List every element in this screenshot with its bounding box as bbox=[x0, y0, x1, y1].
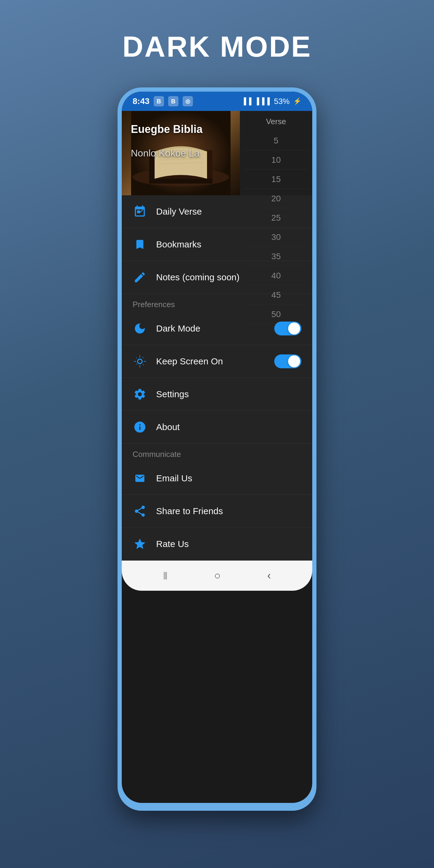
status-left: 8:43 B B ◎ bbox=[133, 96, 193, 106]
pencil-icon bbox=[133, 270, 147, 284]
signal-icon: ▐▐ ▐▐▐ bbox=[241, 97, 270, 105]
dark-mode-label: Dark Mode bbox=[156, 323, 265, 334]
menu-item-share[interactable]: Share to Friends bbox=[122, 495, 312, 528]
rate-us-label: Rate Us bbox=[156, 539, 301, 549]
svg-rect-7 bbox=[149, 179, 213, 184]
verse-numbers: 5 10 15 20 25 30 35 40 45 50 bbox=[240, 131, 312, 324]
keep-screen-toggle[interactable] bbox=[274, 354, 301, 368]
verse-panel-label: Verse bbox=[266, 117, 286, 126]
about-label: About bbox=[156, 422, 301, 432]
verse-5[interactable]: 5 bbox=[244, 131, 309, 150]
verse-25[interactable]: 25 bbox=[244, 208, 309, 227]
settings-icon bbox=[133, 387, 147, 401]
verse-10[interactable]: 10 bbox=[244, 150, 309, 170]
hero-image: Euegbe Biblia Nonlo Kokoe La bbox=[122, 111, 240, 195]
keep-screen-label: Keep Screen On bbox=[156, 356, 265, 367]
status-icon-circle: ◎ bbox=[183, 96, 193, 106]
bookmark-icon bbox=[133, 237, 147, 252]
nav-menu-icon[interactable]: ⦀ bbox=[163, 569, 167, 582]
envelope-icon bbox=[133, 471, 147, 486]
page-title: DARK MODE bbox=[122, 30, 312, 63]
verse-15[interactable]: 15 bbox=[244, 170, 309, 189]
menu-item-email[interactable]: Email Us bbox=[122, 462, 312, 495]
status-time: 8:43 bbox=[133, 96, 150, 106]
app-subtitle: Nonlo Kokoe La bbox=[131, 148, 203, 159]
email-us-label: Email Us bbox=[156, 473, 301, 484]
nav-home-icon[interactable]: ○ bbox=[214, 569, 221, 582]
hero-area: Euegbe Biblia Nonlo Kokoe La Verse 5 10 … bbox=[122, 111, 312, 195]
hero-text: Euegbe Biblia Nonlo Kokoe La bbox=[122, 111, 212, 171]
dark-mode-toggle[interactable] bbox=[274, 321, 301, 336]
menu-item-settings[interactable]: Settings bbox=[122, 378, 312, 411]
calendar-icon bbox=[133, 204, 147, 219]
menu-item-rate[interactable]: Rate Us bbox=[122, 528, 312, 561]
battery-text: 53% bbox=[274, 97, 290, 106]
verse-30[interactable]: 30 bbox=[244, 227, 309, 247]
verse-20[interactable]: 20 bbox=[244, 189, 309, 208]
phone-shell: 8:43 B B ◎ ▐▐ ▐▐▐ 53% ⚡ bbox=[118, 87, 316, 811]
phone-inner: 8:43 B B ◎ ▐▐ ▐▐▐ 53% ⚡ bbox=[122, 92, 312, 803]
verse-45[interactable]: 45 bbox=[244, 285, 309, 305]
bottom-nav: ⦀ ○ ‹ bbox=[122, 561, 312, 591]
settings-label: Settings bbox=[156, 389, 301, 399]
status-icon-b2: B bbox=[168, 96, 179, 106]
status-icon-b1: B bbox=[154, 96, 164, 106]
dark-mode-toggle-thumb bbox=[288, 322, 300, 335]
menu-item-about[interactable]: About bbox=[122, 411, 312, 444]
nav-back-icon[interactable]: ‹ bbox=[267, 569, 271, 582]
status-right: ▐▐ ▐▐▐ 53% ⚡ bbox=[241, 97, 301, 106]
verse-35[interactable]: 35 bbox=[244, 247, 309, 266]
app-name: Euegbe Biblia bbox=[131, 123, 203, 135]
share-label: Share to Friends bbox=[156, 506, 301, 516]
communicate-header: Communicate bbox=[122, 444, 312, 462]
info-icon bbox=[133, 420, 147, 434]
sun-icon bbox=[133, 354, 147, 369]
share-icon bbox=[133, 504, 147, 518]
verse-panel: Verse 5 10 15 20 25 30 35 40 45 50 bbox=[240, 111, 312, 195]
star-icon bbox=[133, 537, 147, 551]
menu-item-keep-screen[interactable]: Keep Screen On bbox=[122, 345, 312, 378]
status-bar: 8:43 B B ◎ ▐▐ ▐▐▐ 53% ⚡ bbox=[122, 92, 312, 111]
verse-50[interactable]: 50 bbox=[244, 305, 309, 324]
keep-screen-toggle-thumb bbox=[288, 355, 300, 367]
verse-40[interactable]: 40 bbox=[244, 266, 309, 285]
moon-icon bbox=[133, 321, 147, 336]
battery-icon: ⚡ bbox=[293, 97, 301, 105]
